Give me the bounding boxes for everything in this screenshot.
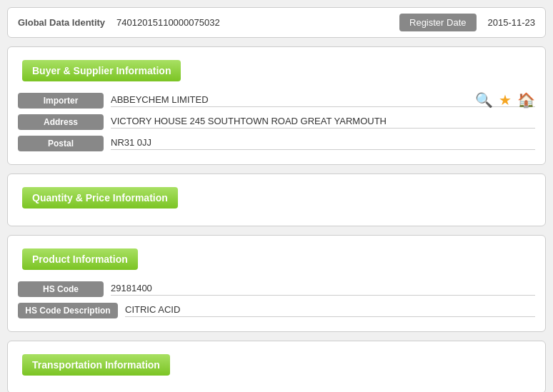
product-body: HS Code 29181400 HS Code Description CIT… <box>8 277 545 331</box>
register-date-button[interactable]: Register Date <box>399 14 476 31</box>
action-icons: 🔍 ★ 🏠 <box>475 91 535 109</box>
star-icon[interactable]: ★ <box>499 91 512 109</box>
address-label: Address <box>18 114 104 130</box>
search-icon[interactable]: 🔍 <box>475 91 493 109</box>
buyer-supplier-title: Buyer & Supplier Information <box>22 60 181 81</box>
hs-code-description-label: HS Code Description <box>18 303 118 318</box>
hs-code-description-row: HS Code Description CITRIC ACID <box>18 303 535 318</box>
transportation-body <box>8 383 545 392</box>
hs-code-description-value: CITRIC ACID <box>125 304 535 317</box>
register-date-value: 2015-11-23 <box>488 17 536 28</box>
home-icon[interactable]: 🏠 <box>517 91 535 109</box>
transportation-section: Transportation Information <box>7 341 546 392</box>
hs-code-label: HS Code <box>18 281 104 297</box>
address-value: VICTORY HOUSE 245 SOUTHTOWN ROAD GREAT Y… <box>111 116 535 129</box>
quantity-price-header-row: Quantity & Price Information <box>8 174 545 216</box>
buyer-supplier-header-row: Buyer & Supplier Information <box>8 47 545 89</box>
importer-label: Importer <box>18 93 104 109</box>
product-title: Product Information <box>22 248 138 270</box>
postal-label: Postal <box>18 136 104 151</box>
buyer-supplier-body: Importer ABBEYCHEM LIMITED 🔍 ★ 🏠 Address… <box>8 89 545 164</box>
product-header-row: Product Information <box>8 236 545 277</box>
importer-value: ABBEYCHEM LIMITED <box>111 94 535 107</box>
quantity-price-section: Quantity & Price Information <box>7 174 546 226</box>
global-data-identity-label: Global Data Identity <box>18 17 105 28</box>
transportation-header-row: Transportation Information <box>8 341 545 383</box>
transportation-title: Transportation Information <box>22 354 170 376</box>
hs-code-value: 29181400 <box>111 283 535 296</box>
global-data-identity-value: 74012015110000075032 <box>116 17 220 28</box>
top-bar: Global Data Identity 7401201511000007503… <box>7 7 546 38</box>
postal-value: NR31 0JJ <box>111 137 535 150</box>
buyer-supplier-section: Buyer & Supplier Information Importer AB… <box>7 46 546 165</box>
address-row: Address VICTORY HOUSE 245 SOUTHTOWN ROAD… <box>18 114 535 130</box>
quantity-price-body <box>8 216 545 226</box>
product-section: Product Information HS Code 29181400 HS … <box>7 235 546 332</box>
importer-row: Importer ABBEYCHEM LIMITED <box>18 93 535 109</box>
postal-row: Postal NR31 0JJ <box>18 136 535 151</box>
hs-code-row: HS Code 29181400 <box>18 281 535 297</box>
quantity-price-title: Quantity & Price Information <box>22 187 178 208</box>
